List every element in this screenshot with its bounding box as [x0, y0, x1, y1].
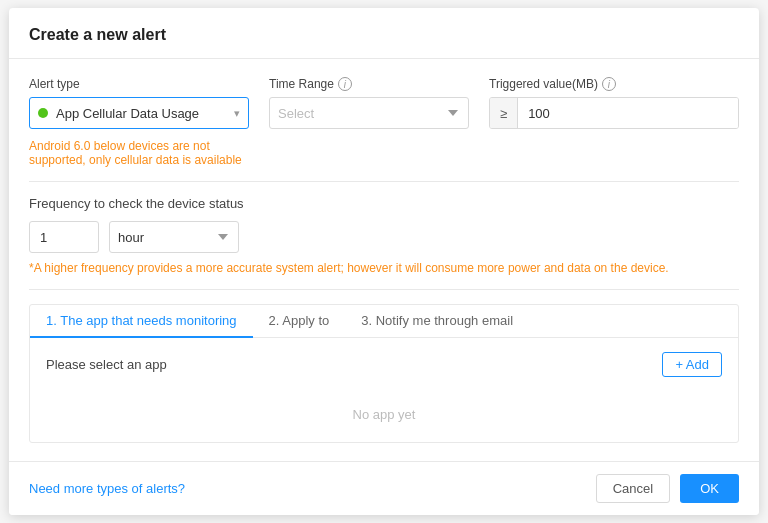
tab-app-monitoring[interactable]: 1. The app that needs monitoring: [30, 305, 253, 338]
alert-type-label: Alert type: [29, 77, 249, 91]
tab-app-row: Please select an app + Add: [46, 352, 722, 377]
cancel-button[interactable]: Cancel: [596, 474, 670, 503]
modal-header: Create a new alert: [9, 8, 759, 59]
alert-type-group: Alert type App Cellular Data Usage ▾ And…: [29, 77, 249, 167]
frequency-row: hour hours day: [29, 221, 739, 253]
triggered-value-prefix: ≥: [490, 98, 518, 128]
frequency-unit-select[interactable]: hour hours day: [109, 221, 239, 253]
divider-2: [29, 289, 739, 290]
triggered-value-label-row: Triggered value(MB) i: [489, 77, 739, 91]
alert-type-warning: Android 6.0 below devices are not suppor…: [29, 139, 249, 167]
form-row-top: Alert type App Cellular Data Usage ▾ And…: [29, 77, 739, 167]
time-range-help-icon[interactable]: i: [338, 77, 352, 91]
triggered-value-help-icon[interactable]: i: [602, 77, 616, 91]
more-alerts-link[interactable]: Need more types of alerts?: [29, 481, 185, 496]
frequency-note: *A higher frequency provides a more accu…: [29, 261, 739, 275]
modal-title: Create a new alert: [29, 26, 739, 44]
ok-button[interactable]: OK: [680, 474, 739, 503]
tab-content-app-monitoring: Please select an app + Add No app yet: [30, 338, 738, 442]
footer-buttons: Cancel OK: [596, 474, 739, 503]
triggered-value-input-wrapper: ≥: [489, 97, 739, 129]
tab-apply-to[interactable]: 2. Apply to: [253, 305, 346, 338]
frequency-section: Frequency to check the device status hou…: [29, 196, 739, 275]
frequency-number-input[interactable]: [29, 221, 99, 253]
alert-type-value: App Cellular Data Usage: [56, 106, 226, 121]
tabs-header: 1. The app that needs monitoring 2. Appl…: [30, 305, 738, 338]
frequency-label: Frequency to check the device status: [29, 196, 739, 211]
create-alert-modal: Create a new alert Alert type App Cellul…: [9, 8, 759, 515]
modal-body: Alert type App Cellular Data Usage ▾ And…: [9, 59, 759, 461]
triggered-value-label: Triggered value(MB): [489, 77, 598, 91]
chevron-down-icon: ▾: [234, 107, 240, 120]
tab-app-label: Please select an app: [46, 357, 167, 372]
time-range-label: Time Range: [269, 77, 334, 91]
alert-type-select[interactable]: App Cellular Data Usage ▾: [29, 97, 249, 129]
no-app-text: No app yet: [46, 397, 722, 428]
add-app-button[interactable]: + Add: [662, 352, 722, 377]
time-range-label-row: Time Range i: [269, 77, 469, 91]
alert-type-status-dot: [38, 108, 48, 118]
tabs-section: 1. The app that needs monitoring 2. Appl…: [29, 304, 739, 443]
time-range-select[interactable]: Select: [269, 97, 469, 129]
modal-footer: Need more types of alerts? Cancel OK: [9, 461, 759, 515]
triggered-value-group: Triggered value(MB) i ≥: [489, 77, 739, 129]
divider-1: [29, 181, 739, 182]
tab-notify-email[interactable]: 3. Notify me through email: [345, 305, 529, 338]
triggered-value-input[interactable]: [518, 98, 738, 128]
time-range-group: Time Range i Select: [269, 77, 469, 129]
